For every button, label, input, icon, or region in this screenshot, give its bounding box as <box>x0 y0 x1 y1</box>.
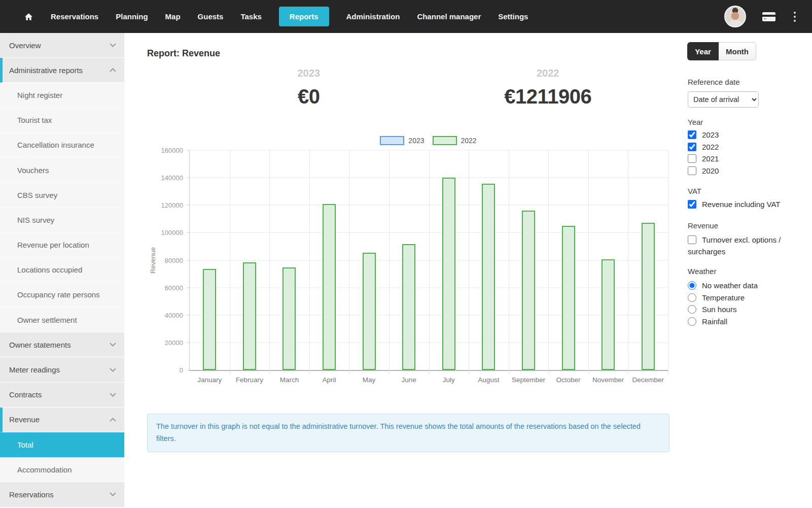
chart-bar-2022-May[interactable] <box>363 253 376 370</box>
turnover-checkbox[interactable] <box>688 235 696 244</box>
year-filter-2023[interactable]: 2023 <box>688 130 719 139</box>
gridline-vertical <box>389 150 390 375</box>
revenue-filter-heading: Revenue <box>688 221 718 230</box>
chart-bar-2022-July[interactable] <box>442 178 455 370</box>
no-weather-radio[interactable] <box>688 281 696 290</box>
legend-item-2023[interactable]: 2023 <box>380 136 424 145</box>
legend-label: 2022 <box>461 137 477 145</box>
year-2022-checkbox[interactable] <box>688 143 696 151</box>
weather-sun-hours[interactable]: Sun hours <box>688 305 736 314</box>
gridline-vertical <box>349 150 349 375</box>
nav-item-map[interactable]: Map <box>165 12 181 21</box>
y-axis-tick-label: 20000 <box>165 338 183 346</box>
chart-bar-2022-February[interactable] <box>243 262 256 370</box>
nav-item-settings[interactable]: Settings <box>498 12 528 21</box>
year-filter-2020[interactable]: 2020 <box>688 166 719 175</box>
sidebar-item-contracts[interactable]: Contracts <box>0 383 124 408</box>
nav-item-channel-manager[interactable]: Channel manager <box>417 12 481 21</box>
nav-item-administration[interactable]: Administration <box>346 12 400 21</box>
chart-bar-2022-March[interactable] <box>283 267 296 370</box>
sidebar-item-cbs-survey[interactable]: CBS survey <box>0 183 124 208</box>
y-axis-tick-label: 140000 <box>161 174 183 182</box>
sidebar-item-owner-settlement[interactable]: Owner settlement <box>0 308 124 332</box>
home-button[interactable] <box>24 12 33 21</box>
sidebar: Overview Administrative reports Night re… <box>0 33 124 508</box>
billing-card-icon[interactable] <box>762 12 775 22</box>
summary-year-label: 2023 <box>189 67 429 79</box>
chart-bar-2022-September[interactable] <box>522 211 535 370</box>
sidebar-item-reservations[interactable]: Reservations <box>0 482 124 507</box>
year-filter-2022[interactable]: 2022 <box>688 143 719 151</box>
x-axis-month-label: February <box>236 376 263 384</box>
chart-bar-2022-April[interactable] <box>323 204 336 370</box>
x-axis-month-label: March <box>280 376 299 384</box>
nav-item-planning[interactable]: Planning <box>116 12 148 21</box>
chevron-up-icon <box>110 418 116 422</box>
gridline-vertical <box>429 150 430 375</box>
info-note: The turnover in this graph is not equal … <box>147 414 669 452</box>
sidebar-item-owner-statements[interactable]: Owner statements <box>0 332 124 357</box>
legend-item-2022[interactable]: 2022 <box>433 136 477 145</box>
temperature-radio[interactable] <box>688 293 696 302</box>
chart-bar-2022-October[interactable] <box>562 226 575 370</box>
gridline-vertical <box>509 150 509 375</box>
nav-item-reports[interactable]: Reports <box>279 7 329 26</box>
gridline-vertical <box>469 150 469 375</box>
sidebar-item-vouchers[interactable]: Vouchers <box>0 158 124 183</box>
x-axis-month-label: April <box>323 376 336 384</box>
x-axis-month-label: October <box>556 376 581 384</box>
kebab-menu-icon[interactable] <box>792 10 798 24</box>
sidebar-item-locations-occupied[interactable]: Locations occupied <box>0 258 124 283</box>
weather-heading: Weather <box>688 267 716 276</box>
sidebar-item-accommodation[interactable]: Accommodation <box>0 457 124 482</box>
rainfall-radio[interactable] <box>688 317 696 326</box>
gridline-vertical <box>668 150 668 375</box>
user-avatar[interactable] <box>724 6 746 27</box>
sidebar-item-meter-readings[interactable]: Meter readings <box>0 357 124 382</box>
sidebar-item-night-register[interactable]: Night register <box>0 83 124 108</box>
weather-rainfall[interactable]: Rainfall <box>688 317 727 326</box>
sidebar-item-administrative-reports[interactable]: Administrative reports <box>0 58 124 83</box>
year-2021-checkbox[interactable] <box>688 154 696 163</box>
weather-none[interactable]: No weather data <box>688 281 758 290</box>
x-axis-month-label: June <box>402 376 416 384</box>
weather-temperature[interactable]: Temperature <box>688 293 745 302</box>
chart-bar-2022-January[interactable] <box>203 269 216 370</box>
page-title: Report: Revenue <box>147 48 220 59</box>
sidebar-item-total[interactable]: Total <box>0 432 124 457</box>
chevron-up-icon <box>110 68 116 72</box>
chart-bar-2022-December[interactable] <box>642 223 655 370</box>
nav-item-guests[interactable]: Guests <box>198 12 224 21</box>
turnover-filter[interactable]: Turnover excl. options / surcharges <box>688 234 787 258</box>
sidebar-item-revenue[interactable]: Revenue <box>0 408 124 432</box>
summary-2023: 2023 €0 <box>189 67 429 108</box>
sidebar-item-occupancy-rate-persons[interactable]: Occupancy rate persons <box>0 283 124 308</box>
toggle-year-button[interactable]: Year <box>687 42 719 60</box>
y-axis-tick-label: 0 <box>180 366 183 374</box>
vat-checkbox[interactable] <box>688 200 696 209</box>
sidebar-item-tourist-tax[interactable]: Tourist tax <box>0 108 124 133</box>
year-2023-checkbox[interactable] <box>688 130 696 139</box>
sidebar-item-nis-survey[interactable]: NIS survey <box>0 208 124 232</box>
vat-filter[interactable]: Revenue including VAT <box>688 200 781 209</box>
sun-hours-radio[interactable] <box>688 305 696 314</box>
toggle-month-button[interactable]: Month <box>719 42 756 60</box>
y-axis-tick-mark <box>187 370 190 370</box>
chart-legend: 2023 2022 <box>189 136 667 145</box>
chart-bar-2022-June[interactable] <box>402 244 415 370</box>
x-axis-month-label: January <box>197 376 222 384</box>
nav-item-reservations[interactable]: Reservations <box>51 12 98 21</box>
summary-amount: €1211906 <box>429 85 668 108</box>
sidebar-item-revenue-per-location[interactable]: Revenue per location <box>0 233 124 258</box>
chart-bar-2022-November[interactable] <box>602 259 615 370</box>
sidebar-item-overview[interactable]: Overview <box>0 33 124 58</box>
sidebar-item-cancellation-insurance[interactable]: Cancellation insurance <box>0 133 124 158</box>
chart-bar-2022-August[interactable] <box>482 184 495 370</box>
legend-swatch <box>380 136 404 145</box>
y-axis-title: Revenue <box>149 247 157 273</box>
reference-date-select[interactable]: Date of arrival <box>688 91 759 108</box>
summary-year-label: 2022 <box>429 67 668 79</box>
nav-item-tasks[interactable]: Tasks <box>240 12 261 21</box>
year-2020-checkbox[interactable] <box>688 166 696 175</box>
year-filter-2021[interactable]: 2021 <box>688 154 719 163</box>
